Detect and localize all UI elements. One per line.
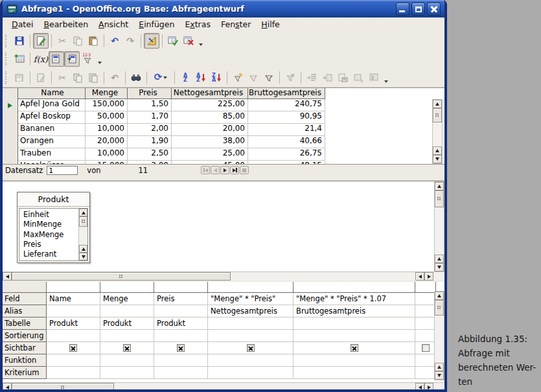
cell[interactable]: Haselnüsse (18, 161, 86, 164)
table-window-produkt[interactable]: Produkt Einheit MinMenge MaxMenge Preis … (17, 192, 90, 263)
visible-checkbox-checked[interactable] (69, 344, 77, 352)
paste-button[interactable] (86, 70, 101, 86)
data-source-button[interactable] (351, 70, 366, 86)
scrollbar-track[interactable] (435, 207, 444, 255)
alias-cell[interactable] (100, 305, 154, 317)
table-row[interactable]: Trauben 10,000 2,50 25,00 26,75 (3, 148, 444, 161)
apply-filter-button[interactable] (246, 70, 261, 86)
results-vertical-scrollbar[interactable] (432, 99, 443, 164)
grid-column-header[interactable] (154, 282, 208, 293)
alias-cell[interactable] (154, 305, 208, 317)
tabelle-cell[interactable]: Produkt (100, 317, 154, 330)
scroll-up-button[interactable] (433, 146, 442, 155)
feld-cell[interactable]: "Menge" * "Preis" (208, 293, 294, 305)
column-header-preis[interactable]: Preis (128, 88, 172, 99)
design-grid-horizontal-scrollbar[interactable] (3, 382, 444, 391)
undo-button[interactable]: ↶ (107, 33, 122, 49)
toolbar-grip[interactable] (5, 52, 10, 65)
scroll-up-button[interactable] (435, 292, 444, 300)
visible-checkbox-checked[interactable] (247, 344, 255, 352)
edit-mode-button[interactable] (33, 33, 49, 49)
toolbar-overflow-button[interactable] (383, 71, 389, 85)
alias-cell[interactable] (47, 305, 100, 317)
scrollbar-thumb[interactable] (79, 216, 87, 227)
refresh-dropdown-icon[interactable] (163, 76, 167, 79)
alias-cell[interactable] (415, 305, 436, 317)
kriterium-cell[interactable] (208, 367, 294, 379)
scrollbar-thumb[interactable] (435, 190, 444, 207)
row-selector[interactable] (3, 111, 18, 124)
scroll-up-button[interactable] (79, 209, 87, 216)
column-header-name[interactable]: Name (18, 88, 86, 99)
alias-cell[interactable]: Bruttogesamtpreis (294, 305, 415, 317)
last-record-button[interactable] (230, 166, 239, 174)
data-to-text-button[interactable] (304, 70, 319, 86)
scrollbar-thumb[interactable] (435, 300, 444, 316)
cell[interactable]: Orangen (18, 136, 86, 148)
scroll-left-button[interactable] (3, 272, 12, 281)
cell[interactable]: 10,000 (86, 148, 128, 161)
toolbar-grip[interactable] (5, 34, 10, 47)
design-pane-horizontal-scrollbar[interactable] (3, 271, 444, 281)
current-record-indicator[interactable] (3, 99, 18, 111)
cell[interactable]: 50,000 (86, 111, 128, 124)
feld-cell[interactable]: "Menge" * "Preis" * 1.07 (294, 293, 415, 305)
standard-filter-button[interactable] (261, 70, 277, 86)
cell[interactable]: 90,95 (248, 111, 325, 124)
cell[interactable]: 45,00 (172, 161, 248, 164)
find-record-button[interactable] (128, 70, 144, 86)
scroll-up-button[interactable] (435, 255, 444, 263)
visible-checkbox-checked[interactable] (123, 344, 131, 352)
add-table-button[interactable] (12, 51, 27, 67)
kriterium-cell[interactable] (100, 367, 154, 379)
table-window-title[interactable]: Produkt (17, 192, 89, 207)
cell[interactable]: Bananen (18, 124, 86, 136)
menu-datei[interactable]: Datei (6, 18, 38, 30)
table-row[interactable]: Orangen 20,000 1,90 38,00 40,66 (3, 136, 444, 148)
feld-cell[interactable]: Menge (100, 293, 154, 305)
cell[interactable]: 20,00 (172, 124, 248, 136)
toolbar-grip[interactable] (5, 71, 10, 84)
cell[interactable]: 3,00 (128, 161, 172, 164)
funktion-cell[interactable] (100, 354, 154, 367)
scroll-down-button[interactable] (435, 371, 444, 380)
cell[interactable]: 1,90 (128, 136, 172, 148)
first-record-button[interactable] (201, 166, 210, 174)
table-name-button[interactable] (49, 51, 64, 67)
cell[interactable]: 48,15 (248, 161, 325, 164)
scroll-down-button[interactable] (79, 253, 87, 260)
scroll-up-button[interactable] (79, 245, 87, 253)
design-view-toggle-button[interactable] (144, 33, 159, 49)
data-to-fields-button[interactable] (319, 70, 335, 86)
scroll-down-button[interactable] (433, 155, 442, 163)
cell[interactable]: 225,00 (172, 99, 248, 111)
maximize-button[interactable] (411, 3, 425, 16)
functions-button[interactable]: f(x) (33, 51, 49, 67)
kriterium-cell[interactable] (294, 367, 415, 379)
next-record-button[interactable] (220, 166, 229, 174)
menu-fenster[interactable]: Fenster (216, 18, 256, 30)
previous-record-button[interactable] (211, 166, 220, 174)
sortierung-cell[interactable] (154, 330, 208, 342)
copy-button[interactable] (70, 33, 86, 49)
feld-cell[interactable] (415, 293, 436, 305)
menu-bearbeiten[interactable]: Bearbeiten (38, 18, 93, 30)
cell[interactable]: Apfel Boskop (18, 111, 86, 124)
design-grid-vertical-scrollbar[interactable] (434, 291, 444, 380)
row-selector[interactable] (3, 124, 18, 136)
cell[interactable]: 1,50 (128, 99, 172, 111)
menu-extras[interactable]: Extras (179, 18, 216, 30)
cut-button[interactable]: ✂ (54, 33, 70, 49)
tabelle-cell[interactable] (208, 317, 294, 330)
feld-cell[interactable]: Preis (154, 293, 208, 305)
column-header-bruttogesamtpreis[interactable]: Bruttogesamtpreis (248, 88, 325, 99)
autofilter-button[interactable] (230, 70, 246, 86)
row-selector[interactable] (3, 161, 18, 164)
funktion-cell[interactable] (415, 354, 436, 367)
menu-einfuegen[interactable]: Einfügen (133, 18, 179, 30)
title-bar[interactable]: Abfrage1 - OpenOffice.org Base: Abfragee… (3, 0, 444, 17)
funktion-cell[interactable] (208, 354, 294, 367)
visible-checkbox-checked[interactable] (177, 344, 185, 352)
scrollbar-thumb[interactable] (433, 108, 442, 122)
alias-cell[interactable]: Nettogesamtpreis (208, 305, 294, 317)
